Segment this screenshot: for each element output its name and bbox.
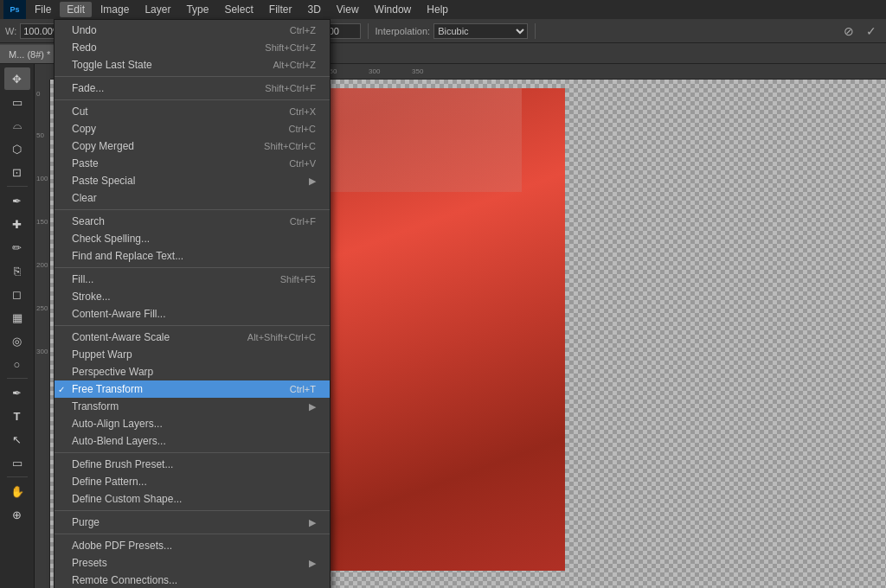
menu-item-copy-merged[interactable]: Copy Merged Shift+Ctrl+C xyxy=(55,137,330,155)
menu-help[interactable]: Help xyxy=(420,2,455,17)
toolbar: ✥ ▭ ⌓ ⬡ ⊡ ✒ ✚ ✏ ⎘ ◻ ▦ ◎ ○ ✒ T ↖ ▭ ✋ ⊕ xyxy=(0,64,35,588)
tool-hand[interactable]: ✋ xyxy=(4,480,30,502)
w-label: W: xyxy=(5,26,16,36)
menu-item-content-aware-scale[interactable]: Content-Aware Scale Alt+Shift+Ctrl+C xyxy=(55,329,330,346)
menu-item-paste[interactable]: Paste Ctrl+V xyxy=(55,155,330,172)
menu-item-search[interactable]: Search Ctrl+F xyxy=(55,213,330,230)
tab-1-label: M... (8#) * xyxy=(9,49,50,60)
tool-move[interactable]: ✥ xyxy=(4,67,30,90)
tool-heal[interactable]: ✚ xyxy=(4,213,30,235)
tool-marquee[interactable]: ▭ xyxy=(4,91,30,113)
menu-item-cut[interactable]: Cut Ctrl+X xyxy=(55,103,330,120)
menu-sep-1 xyxy=(55,76,330,77)
ps-logo-icon: Ps xyxy=(3,0,26,19)
menu-sep-3 xyxy=(55,209,330,210)
menu-item-remote-connections[interactable]: Remote Connections... xyxy=(55,572,330,588)
interpolation-label: Interpolation: xyxy=(376,26,431,36)
tool-shape[interactable]: ▭ xyxy=(4,451,30,474)
menu-item-paste-special[interactable]: Paste Special ▶ xyxy=(55,172,330,189)
ruler-corner xyxy=(35,64,50,80)
menu-item-undo[interactable]: Undo Ctrl+Z xyxy=(55,22,330,39)
menu-edit[interactable]: Edit xyxy=(60,2,92,17)
menu-item-stroke[interactable]: Stroke... xyxy=(55,288,330,305)
menu-item-free-transform[interactable]: ✓ Free Transform Ctrl+T xyxy=(55,380,330,398)
menu-select[interactable]: Select xyxy=(217,2,260,17)
cancel-transform-button[interactable]: ⊘ xyxy=(839,22,858,41)
menu-item-auto-align-layers[interactable]: Auto-Align Layers... xyxy=(55,415,330,432)
menu-item-define-custom-shape[interactable]: Define Custom Shape... xyxy=(55,490,330,508)
menu-item-perspective-warp[interactable]: Perspective Warp xyxy=(55,363,330,380)
menu-image[interactable]: Image xyxy=(93,2,136,17)
menu-view[interactable]: View xyxy=(330,2,366,17)
tool-path-select[interactable]: ↖ xyxy=(4,428,30,451)
menu-window[interactable]: Window xyxy=(368,2,419,17)
menu-item-define-brush-preset[interactable]: Define Brush Preset... xyxy=(55,456,330,473)
tool-lasso[interactable]: ⌓ xyxy=(4,114,30,137)
tool-brush[interactable]: ✏ xyxy=(4,236,30,259)
options-separator-3 xyxy=(535,23,536,39)
menu-item-redo[interactable]: Redo Shift+Ctrl+Z xyxy=(55,39,330,56)
menu-item-fade[interactable]: Fade... Shift+Ctrl+F xyxy=(55,80,330,97)
menu-layer[interactable]: Layer xyxy=(138,2,177,17)
tool-quick-select[interactable]: ⬡ xyxy=(4,137,30,160)
edit-menu-dropdown: Undo Ctrl+Z Redo Shift+Ctrl+Z Toggle Las… xyxy=(54,19,331,588)
tool-pen[interactable]: ✒ xyxy=(4,381,30,404)
menu-item-transform[interactable]: Transform ▶ xyxy=(55,398,330,415)
ruler-vertical: 0 50 100 150 200 250 300 xyxy=(35,80,50,588)
menu-sep-2 xyxy=(55,99,330,100)
commit-transform-button[interactable]: ✓ xyxy=(862,22,881,41)
menu-3d[interactable]: 3D xyxy=(300,2,327,17)
menu-type[interactable]: Type xyxy=(179,2,215,17)
menu-item-toggle-last-state[interactable]: Toggle Last State Alt+Ctrl+Z xyxy=(55,56,330,74)
tool-zoom[interactable]: ⊕ xyxy=(4,503,30,526)
menu-sep-5 xyxy=(55,325,330,326)
tool-type[interactable]: T xyxy=(4,405,30,427)
menu-sep-8 xyxy=(55,534,330,534)
menu-file[interactable]: File xyxy=(28,2,58,17)
menu-item-purge[interactable]: Purge ▶ xyxy=(55,514,330,531)
tool-eyedropper[interactable]: ✒ xyxy=(4,189,30,212)
menu-item-presets[interactable]: Presets ▶ xyxy=(55,554,330,572)
interpolation-select[interactable]: Bicubic Nearest Neighbor Bilinear xyxy=(433,23,528,39)
options-separator-2 xyxy=(368,23,369,39)
menu-item-copy[interactable]: Copy Ctrl+C xyxy=(55,120,330,137)
tool-eraser[interactable]: ◻ xyxy=(4,283,30,305)
tool-sep-3 xyxy=(7,476,28,477)
menu-item-fill[interactable]: Fill... Shift+F5 xyxy=(55,271,330,288)
tool-gradient[interactable]: ▦ xyxy=(4,306,30,329)
tool-sep-1 xyxy=(7,186,28,187)
menu-bar: Ps File Edit Image Layer Type Select Fil… xyxy=(0,0,886,19)
menu-filter[interactable]: Filter xyxy=(262,2,299,17)
tool-crop[interactable]: ⊡ xyxy=(4,161,30,183)
menu-item-find-replace[interactable]: Find and Replace Text... xyxy=(55,247,330,265)
menu-item-auto-blend-layers[interactable]: Auto-Blend Layers... xyxy=(55,432,330,450)
tool-sep-2 xyxy=(7,378,28,379)
menu-item-adobe-pdf-presets[interactable]: Adobe PDF Presets... xyxy=(55,537,330,554)
menu-item-define-pattern[interactable]: Define Pattern... xyxy=(55,473,330,490)
menu-item-puppet-warp[interactable]: Puppet Warp xyxy=(55,346,330,363)
menu-sep-7 xyxy=(55,510,330,511)
menu-sep-6 xyxy=(55,452,330,453)
menu-item-content-aware-fill[interactable]: Content-Aware Fill... xyxy=(55,305,330,323)
tool-dodge[interactable]: ○ xyxy=(4,353,30,375)
tool-clone[interactable]: ⎘ xyxy=(4,259,30,282)
menu-item-clear[interactable]: Clear xyxy=(55,189,330,207)
menu-item-check-spelling[interactable]: Check Spelling... xyxy=(55,230,330,247)
tool-blur[interactable]: ◎ xyxy=(4,329,30,352)
menu-sep-4 xyxy=(55,267,330,268)
